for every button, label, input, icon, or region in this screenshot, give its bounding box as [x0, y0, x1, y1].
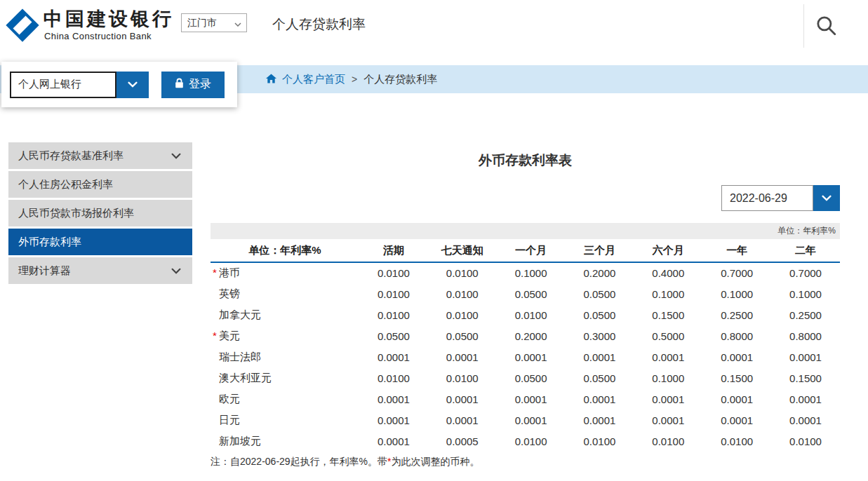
rate-cell: 0.2500 — [771, 304, 840, 325]
rate-cell: 0.0001 — [497, 409, 566, 431]
table-row: 瑞士法郎0.00010.00010.00010.00010.00010.0001… — [211, 346, 840, 367]
rate-cell: 0.8000 — [702, 325, 771, 346]
chevron-down-icon — [822, 193, 832, 203]
rate-cell: 0.4000 — [634, 262, 702, 283]
footnote-text: 注：自2022-06-29起执行，年利率%。带 — [211, 456, 387, 467]
currency-cell: 加拿大元 — [211, 304, 359, 325]
rate-cell: 0.3000 — [566, 325, 634, 346]
login-channel-dropdown-button[interactable] — [116, 72, 149, 98]
adjusted-currency-star: * — [213, 266, 219, 278]
login-button-label: 登录 — [189, 77, 211, 92]
rate-cell: 0.0100 — [497, 431, 566, 452]
rate-cell: 0.0001 — [771, 388, 840, 409]
rate-cell: 0.0001 — [497, 346, 566, 367]
rate-cell: 0.0001 — [359, 346, 428, 367]
login-button[interactable]: 登录 — [161, 72, 225, 98]
table-row: 英镑0.01000.01000.05000.05000.10000.10000.… — [211, 283, 840, 304]
login-channel-select[interactable]: 个人网上银行 — [10, 72, 149, 98]
currency-cell: 欧元 — [211, 388, 359, 409]
rate-cell: 0.0001 — [359, 431, 428, 452]
rate-cell: 0.0100 — [428, 304, 497, 325]
rates-table-head: 单位：年利率% 活期 七天通知 一个月 三个月 六个月 一年 二年 — [211, 239, 840, 262]
rate-cell: 0.0500 — [497, 367, 566, 388]
rate-cell: 0.0500 — [428, 325, 497, 346]
currency-cell: 英镑 — [211, 283, 359, 304]
rate-cell: 0.0001 — [359, 388, 428, 409]
rate-cell: 0.0100 — [771, 431, 840, 452]
chevron-down-icon — [128, 79, 138, 90]
rate-cell: 0.7000 — [771, 262, 840, 283]
rate-cell: 0.0100 — [566, 431, 634, 452]
currency-cell: 新加坡元 — [211, 431, 359, 452]
rate-cell: 0.2500 — [702, 304, 771, 325]
date-select-dropdown-button[interactable] — [813, 185, 840, 211]
rate-cell: 0.1000 — [497, 262, 566, 283]
rate-cell: 0.5000 — [634, 325, 702, 346]
rate-cell: 0.0100 — [428, 262, 497, 283]
column-header: 三个月 — [566, 239, 634, 262]
login-channel-value: 个人网上银行 — [10, 72, 116, 98]
currency-cell: *港币 — [211, 262, 359, 283]
rate-cell: 0.0500 — [566, 367, 634, 388]
column-header: 一个月 — [497, 239, 566, 262]
sidebar-item-label: 人民币存贷款基准利率 — [18, 149, 123, 163]
table-row: 日元0.00010.00010.00010.00010.00010.00010.… — [211, 409, 840, 431]
sidebar: 人民币存贷款基准利率 个人住房公积金利率 人民币贷款市场报价利率 外币存款利率 … — [8, 142, 192, 286]
rate-cell: 0.0001 — [702, 409, 771, 431]
page: 中国建设银行 China Construction Bank 江门市 个人存贷款… — [0, 0, 868, 481]
column-header: 活期 — [359, 239, 428, 262]
rate-cell: 0.1000 — [634, 283, 702, 304]
footnote-text: 为此次调整的币种。 — [392, 456, 480, 467]
rate-cell: 0.0001 — [634, 346, 702, 367]
sidebar-item-finance-calculator[interactable]: 理财计算器 — [8, 257, 192, 284]
rate-cell: 0.0001 — [702, 346, 771, 367]
sidebar-item-foreign-currency-rates[interactable]: 外币存款利率 — [8, 229, 192, 255]
rate-cell: 0.0100 — [702, 431, 771, 452]
sidebar-item-label: 人民币贷款市场报价利率 — [18, 207, 134, 220]
rate-cell: 0.0500 — [497, 283, 566, 304]
ccb-logo-icon — [4, 6, 41, 44]
rate-cell: 0.1000 — [771, 283, 840, 304]
rate-cell: 0.0001 — [566, 409, 634, 431]
sidebar-item-label: 外币存款利率 — [18, 236, 81, 249]
column-header: 一年 — [702, 239, 771, 262]
sidebar-item-lpr-rates[interactable]: 人民币贷款市场报价利率 — [8, 200, 192, 226]
sidebar-item-label: 理财计算器 — [18, 264, 71, 278]
rate-cell: 0.0005 — [428, 431, 497, 452]
chevron-down-icon — [171, 153, 181, 159]
header-row: 单位：年利率% 活期 七天通知 一个月 三个月 六个月 一年 二年 — [211, 239, 840, 262]
rate-cell: 0.0100 — [497, 304, 566, 325]
bank-name-en: China Construction Bank — [44, 31, 152, 41]
rate-cell: 0.0001 — [634, 388, 702, 409]
bank-name-cn: 中国建设银行 — [44, 6, 174, 32]
table-row: 澳大利亚元0.01000.01000.05000.05000.10000.150… — [211, 367, 840, 388]
rate-cell: 0.1000 — [702, 283, 771, 304]
rate-cell: 0.2000 — [566, 262, 634, 283]
date-select[interactable]: 2022-06-29 — [721, 185, 840, 211]
column-header: 二年 — [771, 239, 840, 262]
sidebar-item-rmb-benchmark-rates[interactable]: 人民币存贷款基准利率 — [8, 142, 192, 169]
login-box: 个人网上银行 登录 — [1, 62, 237, 107]
rate-cell: 0.0001 — [771, 409, 840, 431]
rate-cell: 0.0500 — [566, 304, 634, 325]
rate-cell: 0.0100 — [428, 367, 497, 388]
rate-cell: 0.0100 — [359, 283, 428, 304]
sidebar-item-housing-fund-rates[interactable]: 个人住房公积金利率 — [8, 171, 192, 198]
rates-table: 单位：年利率% 活期 七天通知 一个月 三个月 六个月 一年 二年 *港币0.0… — [211, 239, 840, 452]
rate-cell: 0.0001 — [702, 388, 771, 409]
rate-cell: 0.0500 — [359, 325, 428, 346]
table-row: 新加坡元0.00010.00050.01000.01000.01000.0100… — [211, 431, 840, 452]
table-row: *美元0.05000.05000.20000.30000.50000.80000… — [211, 325, 840, 346]
lock-icon — [175, 78, 184, 91]
currency-cell: 日元 — [211, 409, 359, 431]
rate-cell: 0.0001 — [428, 388, 497, 409]
rate-cell: 0.0001 — [428, 409, 497, 431]
rate-cell: 0.0001 — [566, 346, 634, 367]
rate-cell: 0.0500 — [566, 283, 634, 304]
rate-cell: 0.0001 — [566, 388, 634, 409]
rate-cell: 0.0001 — [497, 388, 566, 409]
rate-cell: 0.0100 — [359, 262, 428, 283]
column-header: 七天通知 — [428, 239, 497, 262]
rate-cell: 0.1000 — [634, 367, 702, 388]
rate-cell: 0.0100 — [359, 367, 428, 388]
